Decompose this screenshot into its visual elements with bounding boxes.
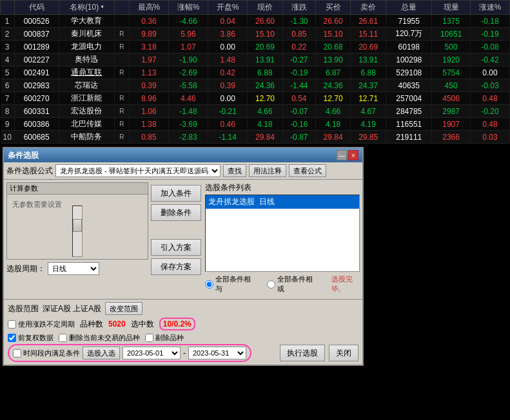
table-cell: -0.03 bbox=[470, 79, 509, 92]
table-row[interactable]: 2000837秦川机床R9.895.963.8615.100.8515.1015… bbox=[1, 28, 510, 41]
formula-select[interactable]: 龙舟抓龙选股 - 驿站签到十天内满五天即送源码 bbox=[55, 164, 221, 177]
table-cell: 6 bbox=[1, 79, 15, 92]
use-range-checkbox-label[interactable]: 使用涨跌不定周期 bbox=[8, 320, 75, 329]
dialog-close-button[interactable]: 关闭 bbox=[329, 345, 358, 361]
table-cell: 2987 bbox=[432, 105, 470, 118]
table-cell: 3.86 bbox=[208, 28, 248, 41]
period-select[interactable]: 日线 周线 月线 分钟 bbox=[48, 262, 99, 275]
dialog-body: 计算参数 无参数需要设置 选股周期： 日线 周线 月线 分钟 bbox=[4, 180, 362, 299]
table-cell: 24.36 bbox=[315, 79, 351, 92]
table-row[interactable]: 3001289龙源电力R3.181.070.0020.690.2220.6820… bbox=[1, 41, 510, 53]
date-separator: - bbox=[183, 348, 186, 358]
delete-untrade-checkbox[interactable] bbox=[59, 334, 67, 342]
table-row[interactable]: 7600270浙江新能R8.964.460.0012.700.5412.7012… bbox=[1, 92, 510, 105]
to-date-select[interactable]: 2023-05-31 2023-04-30 2023-03-31 bbox=[188, 347, 246, 359]
table-cell: 中船防务 bbox=[59, 131, 115, 144]
table-cell: 北巴传媒 bbox=[59, 118, 115, 131]
options-row-2: 前复权数据 删除当前未交易的品种 剔除品种 bbox=[8, 333, 358, 343]
table-cell: -0.18 bbox=[470, 15, 509, 28]
prev-data-checkbox-label[interactable]: 前复权数据 bbox=[8, 333, 54, 343]
col-header-change-pct: 涨幅% bbox=[168, 1, 208, 15]
comment-button[interactable]: 用法注释 bbox=[249, 164, 286, 177]
table-row[interactable]: 9600386北巴传媒R1.38-3.690.464.18-0.164.184.… bbox=[1, 118, 510, 131]
change-range-button[interactable]: 改变范围 bbox=[105, 302, 142, 315]
find-button[interactable]: 查找 bbox=[223, 164, 246, 177]
table-cell: 002983 bbox=[14, 79, 59, 92]
radio-and-label[interactable]: 全部条件相与 bbox=[205, 274, 254, 294]
condition-list-label: 选股条件列表 bbox=[205, 182, 360, 193]
date-checkbox-label[interactable]: 时间段内满足条件 bbox=[13, 348, 80, 358]
col-header-r bbox=[115, 1, 130, 15]
date-range-select-btn[interactable]: 选股入选 bbox=[83, 347, 120, 359]
minimize-button[interactable]: — bbox=[337, 150, 347, 160]
count-label: 品种数 bbox=[80, 319, 103, 330]
count-value: 5020 bbox=[108, 320, 126, 329]
table-cell: -1.30 bbox=[282, 15, 315, 28]
col-header-current: 现量 bbox=[432, 1, 470, 15]
table-cell: 26.60 bbox=[248, 15, 283, 28]
table-row[interactable]: 10600685中船防务R0.85-2.83-1.1429.84-0.8729.… bbox=[1, 131, 510, 144]
table-cell: R bbox=[115, 92, 130, 105]
table-cell: 20.68 bbox=[315, 41, 351, 53]
table-row[interactable]: 4002227奥特迅1.97-1.901.4813.91-0.2713.9013… bbox=[1, 53, 510, 66]
table-cell: 002227 bbox=[14, 53, 59, 66]
radio-or[interactable] bbox=[267, 280, 275, 289]
close-window-button[interactable]: × bbox=[348, 150, 358, 160]
period-row: 选股周期： 日线 周线 月线 分钟 bbox=[6, 262, 148, 275]
table-cell: 6.88 bbox=[351, 66, 386, 79]
table-cell: 3 bbox=[1, 41, 15, 53]
table-row[interactable]: 8600331宏达股份R1.06-1.48-0.214.66-0.074.664… bbox=[1, 105, 510, 118]
params-scrollbar-track[interactable] bbox=[72, 205, 83, 257]
condition-select-dialog: 条件选股 — × 条件选股公式 龙舟抓龙选股 - 驿站签到十天内满五天即送源码 … bbox=[3, 147, 364, 366]
stock-range-row: 选股范围 深证A股 上证A股 改变范围 bbox=[8, 302, 358, 315]
condition-item[interactable]: 龙舟抓龙选股 日线 bbox=[206, 195, 359, 209]
table-cell: -0.21 bbox=[208, 105, 248, 118]
radio-or-label[interactable]: 全部条件相或 bbox=[267, 274, 316, 294]
table-cell: -3.69 bbox=[168, 118, 208, 131]
save-plan-button[interactable]: 保存方案 bbox=[151, 258, 201, 275]
table-cell: 5.96 bbox=[168, 28, 208, 41]
table-cell: -0.20 bbox=[470, 105, 509, 118]
table-cell: 1.97 bbox=[129, 53, 168, 66]
radio-and[interactable] bbox=[205, 280, 213, 289]
table-cell: 12.70 bbox=[248, 92, 283, 105]
table-cell: 24.36 bbox=[248, 79, 283, 92]
delete-condition-button[interactable]: 删除条件 bbox=[151, 204, 201, 221]
table-cell: 3.18 bbox=[129, 41, 168, 53]
table-cell: 0.04 bbox=[208, 15, 248, 28]
table-cell: 450 bbox=[432, 79, 470, 92]
col-header-speed: 涨速% bbox=[470, 1, 509, 15]
params-group-body: 无参数需要设置 bbox=[7, 195, 148, 259]
import-plan-button[interactable]: 引入方案 bbox=[151, 239, 201, 256]
table-cell: -0.87 bbox=[282, 131, 315, 144]
use-range-checkbox[interactable] bbox=[8, 320, 16, 329]
table-row[interactable]: 6002983芯瑞达0.39-5.580.3924.36-1.4424.3624… bbox=[1, 79, 510, 92]
table-cell: R bbox=[115, 118, 130, 131]
table-cell: 9 bbox=[1, 118, 15, 131]
table-cell: R bbox=[115, 28, 130, 41]
table-cell: 116551 bbox=[386, 118, 432, 131]
table-cell: 4.18 bbox=[315, 118, 351, 131]
table-cell bbox=[115, 79, 130, 92]
exclude-checkbox-label[interactable]: 剔除品种 bbox=[145, 333, 184, 343]
exclude-checkbox[interactable] bbox=[145, 334, 153, 342]
date-section: 时间段内满足条件 选股入选 2023-05-01 2023-04-01 2023… bbox=[8, 344, 251, 362]
view-formula-button[interactable]: 查看公式 bbox=[289, 164, 326, 177]
table-cell: 000526 bbox=[14, 15, 59, 28]
table-cell: 5 bbox=[1, 66, 15, 79]
table-cell: -4.66 bbox=[168, 15, 208, 28]
prev-data-checkbox[interactable] bbox=[8, 334, 16, 342]
from-date-select[interactable]: 2023-05-01 2023-04-01 2023-03-01 bbox=[123, 347, 181, 359]
table-row[interactable]: 5002491通鼎互联R1.13-2.690.426.88-0.196.876.… bbox=[1, 66, 510, 79]
table-cell: -2.69 bbox=[168, 66, 208, 79]
date-range-checkbox[interactable] bbox=[13, 349, 21, 358]
delete-untrade-checkbox-label[interactable]: 删除当前未交易的品种 bbox=[59, 333, 140, 343]
table-cell: 2366 bbox=[432, 131, 470, 144]
add-condition-button[interactable]: 加入条件 bbox=[151, 185, 201, 202]
period-label: 选股周期： bbox=[6, 263, 45, 274]
radio-row: 全部条件相与 全部条件相或 选股完毕, bbox=[205, 272, 360, 296]
col-header-open: 开盘% bbox=[208, 1, 248, 15]
execute-button[interactable]: 执行选股 bbox=[280, 345, 325, 361]
table-cell: 29.85 bbox=[351, 131, 386, 144]
table-row[interactable]: 1000526学大教育0.36-4.660.0426.60-1.3026.602… bbox=[1, 15, 510, 28]
